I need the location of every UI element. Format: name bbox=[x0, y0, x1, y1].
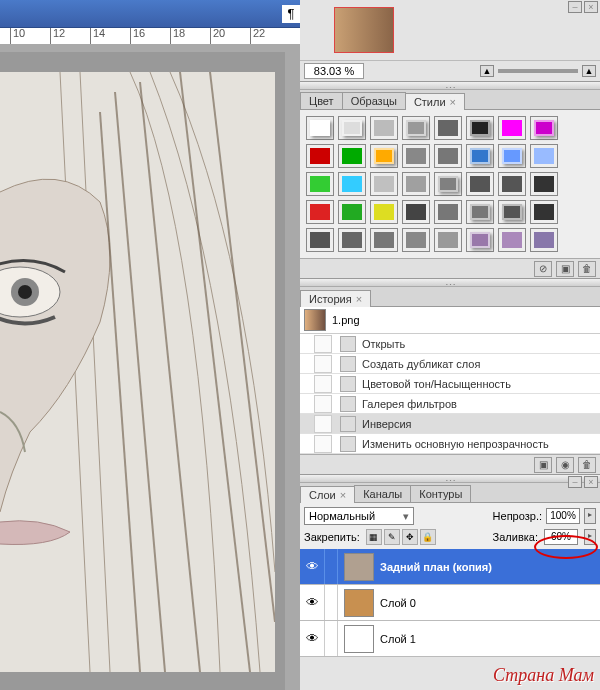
lock-transparency-icon[interactable]: ▦ bbox=[366, 529, 382, 545]
style-swatch[interactable] bbox=[498, 116, 526, 140]
panel-close-icon[interactable]: × bbox=[584, 476, 598, 488]
style-swatch[interactable] bbox=[402, 144, 430, 168]
style-swatch[interactable] bbox=[306, 200, 334, 224]
style-swatch[interactable] bbox=[306, 172, 334, 196]
style-swatch[interactable] bbox=[402, 116, 430, 140]
layer-item[interactable]: 👁Слой 1 bbox=[300, 621, 600, 657]
style-swatch[interactable] bbox=[370, 116, 398, 140]
visibility-eye-icon[interactable]: 👁 bbox=[300, 631, 324, 646]
style-swatch[interactable] bbox=[370, 200, 398, 224]
lock-all-icon[interactable]: 🔒 bbox=[420, 529, 436, 545]
snapshot-icon[interactable]: ◉ bbox=[556, 457, 574, 473]
tab-close-icon[interactable]: × bbox=[340, 489, 346, 501]
lock-label: Закрепить: bbox=[304, 531, 360, 543]
style-swatch[interactable] bbox=[530, 200, 558, 224]
layer-item[interactable]: 👁Задний план (копия) bbox=[300, 549, 600, 585]
style-swatch[interactable] bbox=[306, 228, 334, 252]
create-document-icon[interactable]: ▣ bbox=[534, 457, 552, 473]
blend-mode-select[interactable]: Нормальный bbox=[304, 507, 414, 525]
style-swatch[interactable] bbox=[434, 144, 462, 168]
style-swatch[interactable] bbox=[338, 228, 366, 252]
style-swatch[interactable] bbox=[434, 172, 462, 196]
fill-arrow-icon[interactable]: ▸ bbox=[584, 529, 596, 545]
canvas-area[interactable] bbox=[0, 52, 285, 690]
delete-icon[interactable]: 🗑 bbox=[578, 261, 596, 277]
history-item[interactable]: Изменить основную непрозрачность bbox=[300, 434, 600, 454]
history-item[interactable]: Открыть bbox=[300, 334, 600, 354]
zoom-out-icon[interactable]: ▲ bbox=[480, 65, 494, 77]
layer-name: Слой 0 bbox=[380, 597, 416, 609]
styles-panel: ⋯ –× Цвет Образцы Стили× ⊘ ▣ 🗑 bbox=[300, 81, 600, 278]
style-swatch[interactable] bbox=[498, 172, 526, 196]
history-step-icon bbox=[340, 356, 356, 372]
no-style-icon[interactable]: ⊘ bbox=[534, 261, 552, 277]
style-swatch[interactable] bbox=[402, 172, 430, 196]
style-swatch[interactable] bbox=[434, 228, 462, 252]
tab-color[interactable]: Цвет bbox=[300, 92, 343, 109]
style-swatch[interactable] bbox=[370, 172, 398, 196]
zoom-in-icon[interactable]: ▲ bbox=[582, 65, 596, 77]
panel-grip[interactable]: ⋯ –× bbox=[300, 279, 600, 287]
tab-channels[interactable]: Каналы bbox=[354, 485, 411, 502]
watermark: Страна Мам bbox=[493, 665, 594, 686]
panel-grip[interactable]: ⋯ –× bbox=[300, 475, 600, 483]
style-swatch[interactable] bbox=[466, 172, 494, 196]
style-swatch[interactable] bbox=[338, 172, 366, 196]
style-swatch[interactable] bbox=[306, 116, 334, 140]
style-swatch[interactable] bbox=[498, 144, 526, 168]
style-swatch[interactable] bbox=[338, 200, 366, 224]
panel-close-icon[interactable]: × bbox=[584, 1, 598, 13]
lock-paint-icon[interactable]: ✎ bbox=[384, 529, 400, 545]
history-item[interactable]: Галерея фильтров bbox=[300, 394, 600, 414]
style-swatch[interactable] bbox=[466, 116, 494, 140]
style-swatch[interactable] bbox=[434, 200, 462, 224]
history-item[interactable]: Цветовой тон/Насыщенность bbox=[300, 374, 600, 394]
style-swatch[interactable] bbox=[466, 228, 494, 252]
style-swatch[interactable] bbox=[402, 228, 430, 252]
style-swatch[interactable] bbox=[498, 200, 526, 224]
style-swatch[interactable] bbox=[402, 200, 430, 224]
svg-point-3 bbox=[18, 285, 32, 299]
tab-styles[interactable]: Стили× bbox=[405, 93, 465, 110]
style-swatch[interactable] bbox=[466, 144, 494, 168]
lock-move-icon[interactable]: ✥ bbox=[402, 529, 418, 545]
style-swatch[interactable] bbox=[530, 228, 558, 252]
panel-grip[interactable]: ⋯ –× bbox=[300, 82, 600, 90]
tab-layers[interactable]: Слои× bbox=[300, 486, 355, 503]
tab-history[interactable]: История× bbox=[300, 290, 371, 307]
tab-swatches-samples[interactable]: Образцы bbox=[342, 92, 406, 109]
style-swatch[interactable] bbox=[498, 228, 526, 252]
style-swatch[interactable] bbox=[466, 200, 494, 224]
history-item[interactable]: Инверсия bbox=[300, 414, 600, 434]
visibility-eye-icon[interactable]: 👁 bbox=[300, 595, 324, 610]
style-swatch[interactable] bbox=[530, 144, 558, 168]
panel-minimize-icon[interactable]: – bbox=[568, 1, 582, 13]
zoom-value[interactable]: 83.03 % bbox=[304, 63, 364, 79]
opacity-label: Непрозр.: bbox=[493, 510, 542, 522]
paragraph-icon[interactable]: ¶ bbox=[282, 5, 300, 23]
style-swatch[interactable] bbox=[530, 116, 558, 140]
panel-minimize-icon[interactable]: – bbox=[568, 476, 582, 488]
style-swatch[interactable] bbox=[338, 116, 366, 140]
style-swatch[interactable] bbox=[370, 228, 398, 252]
tab-close-icon[interactable]: × bbox=[450, 96, 456, 108]
opacity-input[interactable]: 100% bbox=[546, 508, 580, 524]
visibility-eye-icon[interactable]: 👁 bbox=[300, 559, 324, 574]
layer-item[interactable]: 👁Слой 0 bbox=[300, 585, 600, 621]
tab-paths[interactable]: Контуры bbox=[410, 485, 471, 502]
style-swatch[interactable] bbox=[338, 144, 366, 168]
delete-icon[interactable]: 🗑 bbox=[578, 457, 596, 473]
fill-input[interactable]: 60% bbox=[544, 529, 578, 545]
fill-label: Заливка: bbox=[493, 531, 538, 543]
tab-close-icon[interactable]: × bbox=[356, 293, 362, 305]
style-swatch[interactable] bbox=[306, 144, 334, 168]
layer-thumb bbox=[344, 553, 374, 581]
history-item[interactable]: Создать дубликат слоя bbox=[300, 354, 600, 374]
history-file-row[interactable]: 1.png bbox=[300, 307, 600, 334]
style-swatch[interactable] bbox=[530, 172, 558, 196]
new-style-icon[interactable]: ▣ bbox=[556, 261, 574, 277]
opacity-arrow-icon[interactable]: ▸ bbox=[584, 508, 596, 524]
navigator-thumb[interactable] bbox=[334, 7, 394, 53]
style-swatch[interactable] bbox=[434, 116, 462, 140]
style-swatch[interactable] bbox=[370, 144, 398, 168]
